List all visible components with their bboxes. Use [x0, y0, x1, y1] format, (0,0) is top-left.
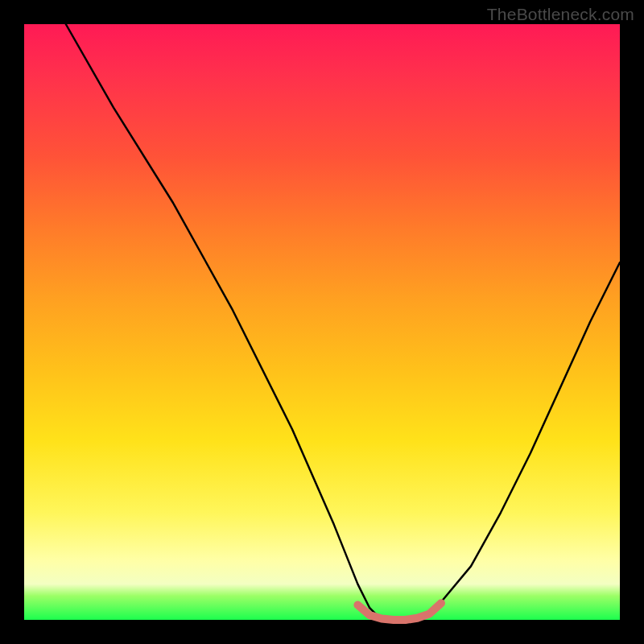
- chart-plot-area: [24, 24, 620, 620]
- watermark-text: TheBottleneck.com: [487, 5, 634, 24]
- chart-line-left-branch: [66, 24, 382, 620]
- chart-curves-svg: [24, 24, 620, 620]
- chart-line-valley-floor: [357, 603, 441, 620]
- chart-line-right-branch: [417, 262, 620, 620]
